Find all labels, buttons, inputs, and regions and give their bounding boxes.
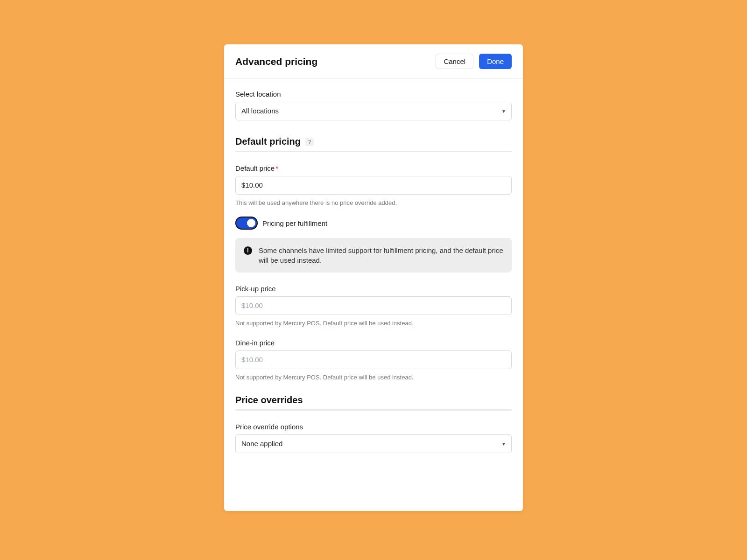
default-price-label-text: Default price (235, 164, 275, 172)
fulfillment-notice: i Some channels have limited support for… (235, 238, 512, 273)
help-icon[interactable]: ? (305, 138, 314, 146)
page-title: Advanced pricing (235, 56, 317, 67)
location-select-value: All locations (235, 102, 512, 120)
dinein-price-input[interactable] (235, 350, 512, 369)
price-override-options-value: None applied (235, 434, 512, 453)
advanced-pricing-card: Advanced pricing Cancel Done Select loca… (224, 44, 523, 511)
default-price-label: Default price* (235, 164, 512, 172)
pricing-per-fulfillment-row: Pricing per fulfillment (235, 217, 512, 230)
dinein-price-help: Not supported by Mercury POS. Default pr… (235, 374, 512, 381)
header-actions: Cancel Done (436, 54, 512, 69)
location-label: Select location (235, 90, 512, 98)
fulfillment-notice-text: Some channels have limited support for f… (259, 245, 503, 265)
default-pricing-heading-row: Default pricing ? (235, 136, 512, 147)
default-pricing-heading: Default pricing (235, 136, 301, 147)
pickup-price-label: Pick-up price (235, 285, 512, 293)
location-select[interactable]: All locations ▼ (235, 102, 512, 120)
price-override-options-label: Price override options (235, 423, 512, 431)
toggle-knob (247, 219, 255, 227)
pickup-price-input[interactable] (235, 296, 512, 315)
default-price-input[interactable] (235, 176, 512, 195)
required-asterisk-icon: * (275, 164, 278, 172)
pricing-per-fulfillment-label: Pricing per fulfillment (262, 219, 327, 227)
cancel-button[interactable]: Cancel (436, 54, 473, 69)
price-override-options-select[interactable]: None applied ▼ (235, 434, 512, 453)
dinein-price-label: Dine-in price (235, 339, 512, 347)
card-header: Advanced pricing Cancel Done (224, 44, 523, 79)
info-icon: i (244, 246, 252, 255)
done-button[interactable]: Done (479, 54, 512, 69)
card-body: Select location All locations ▼ Default … (224, 79, 523, 464)
pricing-per-fulfillment-toggle[interactable] (235, 217, 258, 230)
price-overrides-heading-row: Price overrides (235, 395, 512, 406)
default-price-help: This will be used anywhere there is no p… (235, 199, 512, 206)
price-overrides-heading: Price overrides (235, 395, 303, 406)
page-background: Advanced pricing Cancel Done Select loca… (0, 0, 747, 560)
pickup-price-help: Not supported by Mercury POS. Default pr… (235, 320, 512, 327)
